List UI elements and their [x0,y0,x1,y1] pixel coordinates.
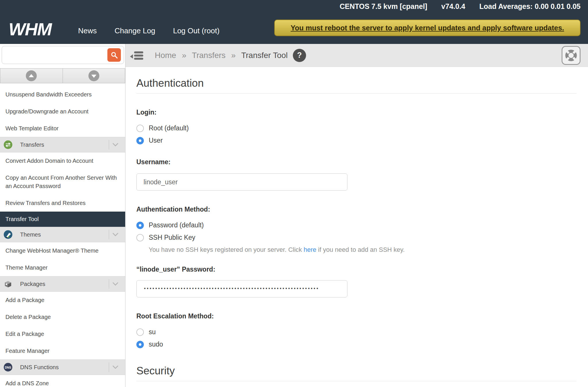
radio-icon[interactable] [136,328,144,336]
password-input[interactable] [136,280,347,297]
radio-ssh-public-key[interactable]: SSH Public Key [136,234,577,241]
radio-icon[interactable] [136,341,144,348]
authentication-heading: Authentication [136,77,577,89]
sidebar-menu: Unsuspend Bandwidth Exceeders Upgrade/Do… [0,86,125,387]
radio-icon[interactable] [136,137,144,144]
sidebar-search [2,46,124,64]
themes-icon [3,230,13,239]
sidebar-item-unsuspend-bandwidth[interactable]: Unsuspend Bandwidth Exceeders [0,86,125,103]
sidebar-section-themes[interactable]: Themes [0,227,125,242]
radio-icon[interactable] [136,222,144,229]
nav-news[interactable]: News [78,26,97,35]
sidebar-section-label: Transfers [20,142,44,148]
load-averages: Load Averages: 0.00 0.01 0.05 [479,2,581,10]
sidebar-item-edit-package[interactable]: Edit a Package [0,326,125,343]
reboot-warning-banner[interactable]: You must reboot the server to apply kern… [274,20,581,36]
radio-sudo[interactable]: sudo [136,340,577,348]
nav-change-log[interactable]: Change Log [115,26,155,35]
sidebar-section-label: DNS Functions [20,364,59,371]
sidebar-item-review-transfers[interactable]: Review Transfers and Restores [0,195,125,212]
transfers-icon [3,140,13,149]
main-content: Authentication Login: Root (default) Use… [125,67,588,387]
login-radio-group: Root (default) User [136,124,577,144]
sidebar-scroll-controls [0,68,125,83]
sidebar-section-dns-functions[interactable]: DNS DNS Functions [0,359,125,375]
username-label: Username: [136,158,577,166]
svg-text:DNS: DNS [5,366,11,369]
sidebar-item-change-whm-theme[interactable]: Change WebHost Manager® Theme [0,242,125,259]
divider [136,381,577,381]
life-ring-icon [564,49,578,62]
radio-label: sudo [149,340,163,348]
root-escalation-label: Root Escalation Method: [136,312,577,320]
radio-password-default[interactable]: Password (default) [136,221,577,229]
arrow-up-icon [26,70,37,81]
sidebar-section-label: Themes [20,231,41,238]
authentication-method-label: Authentication Method: [136,206,577,213]
divider [136,93,577,94]
sidebar-section-transfers[interactable]: Transfers [0,137,125,152]
search-icon [111,51,118,59]
sidebar-item-transfer-tool[interactable]: Transfer Tool [0,212,125,227]
radio-label: su [149,328,156,336]
server-os: CENTOS 7.5 kvm [cpanel] [340,2,427,10]
scroll-down-button[interactable] [63,68,125,83]
sidebar-item-convert-addon[interactable]: Convert Addon Domain to Account [0,152,125,169]
breadcrumb-separator: » [182,51,186,60]
breadcrumb: Home » Transfers » Transfer Tool [155,51,288,60]
radio-root-default[interactable]: Root (default) [136,124,577,132]
sidebar-item-copy-account[interactable]: Copy an Account From Another Server With… [0,169,125,195]
search-input[interactable] [2,46,124,64]
ssh-note-text: if you need to add an SSH key. [316,246,405,253]
chevron-down-icon[interactable] [109,282,122,286]
help-icon[interactable]: ? [293,49,306,62]
username-input[interactable] [136,173,347,191]
sidebar-item-delete-package[interactable]: Delete a Package [0,309,125,326]
radio-user[interactable]: User [136,137,577,144]
radio-label: SSH Public Key [149,234,195,241]
radio-icon[interactable] [136,234,144,241]
top-nav: News Change Log Log Out (root) [78,26,220,35]
method-radio-group: Password (default) SSH Public Key [136,221,577,241]
dns-icon: DNS [3,363,13,372]
security-heading: Security [136,365,577,377]
breadcrumb-home[interactable]: Home [155,51,176,60]
radio-label: Root (default) [149,124,189,132]
sidebar-item-add-package[interactable]: Add a Package [0,292,125,309]
reboot-warning-text: You must reboot the server to apply kern… [291,24,564,32]
chevron-down-icon[interactable] [109,233,122,237]
radio-label: Password (default) [149,221,204,229]
whm-logo[interactable]: WHM [9,19,51,39]
server-version: v74.0.4 [441,2,465,10]
breadcrumb-current: Transfer Tool [241,51,288,60]
sidebar-item-feature-manager[interactable]: Feature Manager [0,343,125,359]
search-button[interactable] [107,48,121,62]
sidebar-item-add-dns-zone[interactable]: Add a DNS Zone [0,375,125,387]
escalation-radio-group: su sudo [136,328,577,348]
radio-icon[interactable] [136,125,144,132]
sidebar-section-label: Packages [20,281,45,287]
breadcrumb-transfers[interactable]: Transfers [192,51,225,60]
top-bar: WHM News Change Log Log Out (root) CENTO… [0,0,588,44]
collapse-sidebar-icon[interactable] [129,50,144,61]
radio-label: User [149,137,163,144]
password-label: “linode_user” Password: [136,266,577,273]
chevron-down-icon[interactable] [109,143,122,147]
ssh-here-link[interactable]: here [304,246,316,253]
ssh-note-text: You have no SSH keys registered on your … [149,246,304,253]
support-button[interactable] [562,46,581,65]
sidebar-section-packages[interactable]: Packages [0,276,125,292]
nav-log-out[interactable]: Log Out (root) [173,26,220,35]
ssh-key-note: You have no SSH keys registered on your … [149,246,577,254]
scroll-up-button[interactable] [0,68,63,83]
server-status: CENTOS 7.5 kvm [cpanel] v74.0.4 Load Ave… [340,2,581,11]
breadcrumb-bar: Home » Transfers » Transfer Tool ? [125,44,588,67]
chevron-down-icon[interactable] [109,365,122,369]
sidebar-item-web-template-editor[interactable]: Web Template Editor [0,120,125,137]
sidebar-item-theme-manager[interactable]: Theme Manager [0,259,125,276]
sidebar-item-upgrade-downgrade[interactable]: Upgrade/Downgrade an Account [0,103,125,120]
breadcrumb-separator: » [231,51,236,60]
arrow-down-icon [88,70,99,81]
sidebar: Unsuspend Bandwidth Exceeders Upgrade/Do… [0,44,125,387]
radio-su[interactable]: su [136,328,577,336]
